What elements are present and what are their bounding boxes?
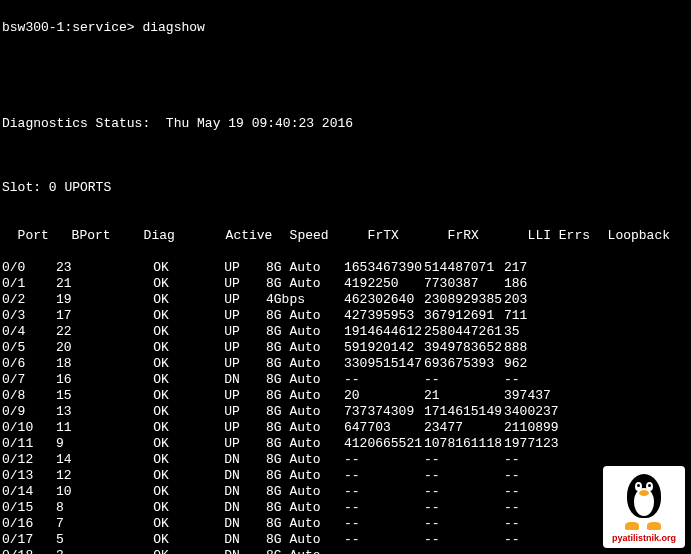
table-row: 0/913OKUP8G Auto737374309171461514934002… (2, 404, 689, 420)
cell-port: 0/3 (2, 308, 56, 324)
cell-diag: OK (120, 532, 202, 548)
cell-frtx: 4192250 (344, 276, 424, 292)
cell-port: 0/6 (2, 356, 56, 372)
cell-speed: 8G Auto (262, 308, 344, 324)
cell-speed: 8G Auto (262, 516, 344, 532)
cell-frrx: -- (424, 484, 504, 500)
cell-diag: OK (120, 500, 202, 516)
status-line: Diagnostics Status: Thu May 19 09:40:23 … (2, 116, 689, 132)
cell-lli: -- (504, 532, 584, 548)
cell-frrx: -- (424, 452, 504, 468)
cell-bport: 18 (56, 356, 120, 372)
cell-bport: 10 (56, 484, 120, 500)
cell-port: 0/1 (2, 276, 56, 292)
cell-bport: 13 (56, 404, 120, 420)
cell-diag: OK (120, 356, 202, 372)
cell-frrx: 1078161118 (424, 436, 504, 452)
cell-lli: 962 (504, 356, 584, 372)
cell-active: DN (202, 516, 262, 532)
cell-port: 0/18 (2, 548, 56, 554)
cell-active: DN (202, 532, 262, 548)
cell-frtx: -- (344, 532, 424, 548)
table-body: 0/023OKUP8G Auto16534673905144870712170/… (2, 260, 689, 554)
cell-frrx: -- (424, 548, 504, 554)
cell-diag: OK (120, 308, 202, 324)
cell-active: UP (202, 388, 262, 404)
cell-frrx: 2580447261 (424, 324, 504, 340)
table-row: 0/183OKDN8G Auto------ (2, 548, 689, 554)
hdr-port: Port (18, 228, 72, 244)
cell-diag: OK (120, 516, 202, 532)
cell-frtx: 20 (344, 388, 424, 404)
cell-frrx: 1714615149 (424, 404, 504, 420)
cell-frtx: 3309515147 (344, 356, 424, 372)
cell-frrx: 21 (424, 388, 504, 404)
cell-diag: OK (120, 260, 202, 276)
cell-bport: 8 (56, 500, 120, 516)
cell-bport: 19 (56, 292, 120, 308)
cell-active: UP (202, 404, 262, 420)
cell-active: UP (202, 292, 262, 308)
watermark-text: pyatilistnik.org (612, 530, 676, 546)
table-row: 0/167OKDN8G Auto------ (2, 516, 689, 532)
cell-port: 0/8 (2, 388, 56, 404)
cell-active: DN (202, 452, 262, 468)
table-row: 0/422OKUP8G Auto1914644612258044726135 (2, 324, 689, 340)
cell-active: UP (202, 420, 262, 436)
cell-speed: 8G Auto (262, 548, 344, 554)
cell-frrx: -- (424, 468, 504, 484)
cell-frtx: 591920142 (344, 340, 424, 356)
cell-lli: -- (504, 484, 584, 500)
cell-bport: 9 (56, 436, 120, 452)
table-header: PortBPortDiagActiveSpeedFrTXFrRXLLI Errs… (2, 212, 689, 244)
hdr-speed: Speed (286, 228, 368, 244)
table-row: 0/1011OKUP8G Auto647703234772110899 (2, 420, 689, 436)
table-row: 0/119OKUP8G Auto412066552110781611181977… (2, 436, 689, 452)
cell-diag: OK (120, 372, 202, 388)
cell-diag: OK (120, 276, 202, 292)
cell-speed: 8G Auto (262, 452, 344, 468)
cell-speed: 8G Auto (262, 500, 344, 516)
cell-diag: OK (120, 340, 202, 356)
cell-port: 0/7 (2, 372, 56, 388)
cell-diag: OK (120, 292, 202, 308)
hdr-lli: LLI Errs (528, 228, 608, 244)
cell-frtx: -- (344, 452, 424, 468)
cell-speed: 8G Auto (262, 420, 344, 436)
cell-frrx: 23477 (424, 420, 504, 436)
cell-frrx: 367912691 (424, 308, 504, 324)
cell-active: DN (202, 548, 262, 554)
cell-speed: 8G Auto (262, 372, 344, 388)
cell-lli: -- (504, 372, 584, 388)
cell-port: 0/10 (2, 420, 56, 436)
table-row: 0/317OKUP8G Auto427395953367912691711 (2, 308, 689, 324)
cell-diag: OK (120, 324, 202, 340)
cell-bport: 12 (56, 468, 120, 484)
cell-bport: 5 (56, 532, 120, 548)
cell-lli: 711 (504, 308, 584, 324)
cell-frrx: 7730387 (424, 276, 504, 292)
cell-lli: 186 (504, 276, 584, 292)
cell-lli: -- (504, 452, 584, 468)
cell-port: 0/0 (2, 260, 56, 276)
table-row: 0/1312OKDN8G Auto------ (2, 468, 689, 484)
cell-bport: 22 (56, 324, 120, 340)
cell-active: UP (202, 260, 262, 276)
cell-active: DN (202, 372, 262, 388)
hdr-diag: Diag (136, 228, 226, 244)
cell-active: UP (202, 436, 262, 452)
cell-bport: 3 (56, 548, 120, 554)
hdr-frrx: FrRX (448, 228, 528, 244)
cell-lli: -- (504, 516, 584, 532)
cell-diag: OK (120, 420, 202, 436)
table-row: 0/175OKDN8G Auto------ (2, 532, 689, 548)
cell-port: 0/9 (2, 404, 56, 420)
cell-frtx: 1653467390 (344, 260, 424, 276)
cell-speed: 8G Auto (262, 532, 344, 548)
cell-port: 0/16 (2, 516, 56, 532)
table-row: 0/520OKUP8G Auto5919201423949783652888 (2, 340, 689, 356)
cell-diag: OK (120, 436, 202, 452)
cell-frrx: 514487071 (424, 260, 504, 276)
cell-port: 0/5 (2, 340, 56, 356)
watermark-logo: pyatilistnik.org (603, 466, 685, 548)
